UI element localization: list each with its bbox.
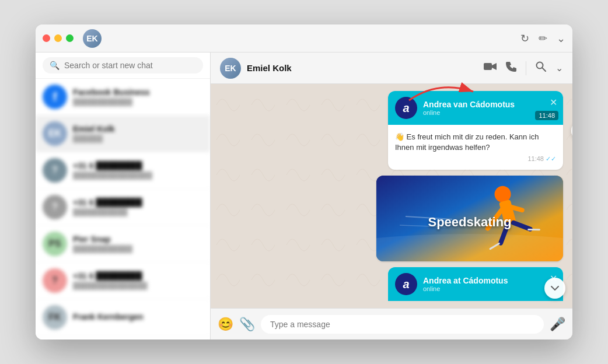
chat-preview: ████████████████: [73, 172, 203, 180]
divider: [526, 61, 526, 75]
message-input[interactable]: [261, 315, 544, 334]
chat-name: +31 6 ████████: [73, 198, 203, 207]
chat-info: Frank Kernbergen: [73, 312, 203, 323]
list-item[interactable]: EK Emiel Kolk ██████: [36, 116, 210, 152]
avatar: EK: [43, 121, 67, 146]
notif-time: 11:48 ✓✓: [395, 155, 556, 163]
chat-info: +31 6 ████████ ████████████████: [73, 161, 203, 180]
list-item[interactable]: ? +31 6 ████████ ████████████████: [36, 152, 210, 189]
speedskating-image: Speedskating: [376, 176, 563, 261]
app-window: EK ↻ ✏ ⌄ 🔍 f Facebook Business: [36, 24, 572, 340]
chat-preview: ███████████: [73, 208, 203, 216]
list-item[interactable]: ? +31 6 ████████ ███████████: [36, 189, 210, 226]
list-item[interactable]: PS Pier Snap ████████████: [36, 226, 210, 262]
avatar: f: [43, 85, 67, 109]
notif-avatar: a: [395, 273, 417, 295]
microphone-icon[interactable]: 🎤: [550, 317, 565, 332]
chevron-down-icon[interactable]: ⌄: [555, 62, 563, 74]
search-icon[interactable]: [536, 61, 546, 75]
chat-list: f Facebook Business ████████████ EK Emie…: [36, 79, 210, 340]
sidebar: 🔍 f Facebook Business ████████████ EK: [36, 52, 211, 340]
chat-preview: ███████████████: [73, 282, 203, 290]
maximize-button[interactable]: [66, 34, 74, 42]
list-item[interactable]: ? +31 6 ████████ ███████████████: [36, 262, 210, 299]
chevron-down-icon[interactable]: ⌄: [557, 32, 565, 45]
avatar: ?: [43, 158, 67, 183]
speedskating-card: Speedskating Learn more: [376, 176, 563, 261]
chat-area: EK Emiel Kolk: [211, 52, 572, 340]
chat-name: Facebook Business: [73, 88, 203, 97]
forward-button[interactable]: ↷: [571, 120, 572, 141]
search-input[interactable]: [64, 61, 196, 70]
chat-preview: ██████: [73, 135, 203, 143]
notif-body: 👋 Es freut mich mit dir zu reden. Kann i…: [388, 125, 563, 170]
chat-name: Pier Snap: [73, 235, 203, 244]
chat-info: +31 6 ████████ ███████████████: [73, 271, 203, 290]
phone-icon[interactable]: [506, 61, 516, 75]
refresh-icon[interactable]: ↻: [520, 32, 529, 45]
list-item[interactable]: f Facebook Business ████████████: [36, 79, 210, 116]
compose-icon[interactable]: ✏: [539, 32, 547, 45]
titlebar: EK ↻ ✏ ⌄: [36, 24, 572, 52]
list-item[interactable]: FK Frank Kernbergen: [36, 299, 210, 336]
close-button[interactable]: [43, 34, 50, 42]
chat-preview: ████████████: [73, 245, 203, 253]
chat-info: Pier Snap ████████████: [73, 235, 203, 253]
chat-contact-name: Emiel Kolk: [247, 63, 478, 73]
chat-name: Emiel Kolk: [73, 124, 203, 134]
search-icon: 🔍: [50, 61, 60, 70]
avatar: EK: [83, 29, 102, 48]
avatar: ?: [43, 195, 67, 219]
chat-preview: ████████████: [73, 98, 203, 106]
svg-rect-1: [484, 63, 492, 70]
chat-info: +31 6 ████████ ███████████: [73, 198, 203, 216]
chat-header-avatar: EK: [220, 58, 241, 79]
notif-status: online: [423, 109, 515, 116]
chat-name: +31 6 ████████: [73, 271, 203, 281]
timestamp-badge: 11:48: [535, 111, 558, 120]
video-call-icon[interactable]: [484, 62, 497, 74]
scroll-down-button[interactable]: [544, 278, 565, 299]
bottom-status: online: [423, 285, 508, 292]
input-bar: 😊 📎 🎤: [211, 308, 572, 340]
chat-header-icons: ⌄: [484, 61, 563, 75]
minimize-button[interactable]: [54, 34, 62, 42]
chat-info: Emiel Kolk ██████: [73, 124, 203, 143]
close-icon[interactable]: ✕: [550, 97, 557, 108]
chat-name: Frank Kernbergen: [73, 312, 203, 321]
main-area: 🔍 f Facebook Business ████████████ EK: [36, 52, 572, 340]
emoji-icon[interactable]: 😊: [218, 317, 233, 332]
avatar: PS: [43, 232, 67, 256]
chat-name: +31 6 ████████: [73, 161, 203, 170]
search-input-wrap[interactable]: 🔍: [43, 57, 203, 74]
notif-message: 👋 Es freut mich mit dir zu reden. Kann i…: [395, 132, 556, 153]
messages-area: a Andrea van Cádomotus online ✕ 11:48 👋 …: [211, 84, 572, 308]
search-bar: 🔍: [36, 52, 210, 79]
avatar: ?: [43, 268, 67, 293]
chat-header: EK Emiel Kolk: [211, 52, 572, 84]
svg-point-5: [376, 234, 563, 261]
bottom-notification-card: a Andrea at Cádomotus online ✕: [388, 267, 563, 301]
attach-icon[interactable]: 📎: [239, 317, 255, 332]
speedskating-title: Speedskating: [428, 215, 511, 230]
svg-line-3: [542, 68, 546, 71]
avatar: FK: [43, 305, 67, 330]
chat-info: Facebook Business ████████████: [73, 88, 203, 106]
titlebar-icons: ↻ ✏ ⌄: [520, 32, 565, 45]
red-arrow: [403, 77, 479, 106]
traffic-lights: [43, 34, 74, 42]
bottom-sender-name: Andrea at Cádomotus: [423, 276, 508, 285]
